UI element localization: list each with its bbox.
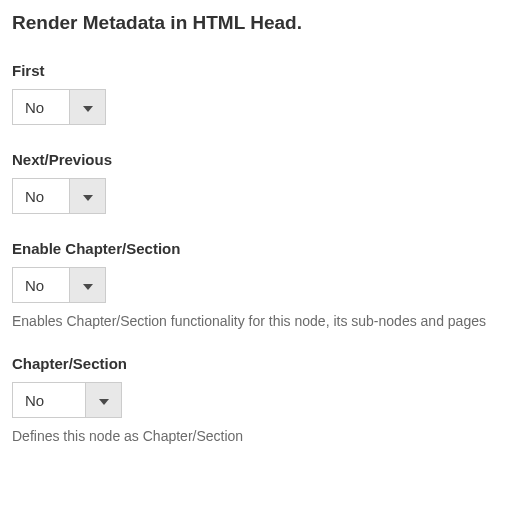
select-enable-chapter-section-toggle[interactable]	[69, 268, 105, 302]
field-first: First No	[12, 62, 517, 125]
page-title: Render Metadata in HTML Head.	[12, 12, 517, 34]
select-chapter-section-toggle[interactable]	[85, 383, 121, 417]
select-next-previous-toggle[interactable]	[69, 179, 105, 213]
select-chapter-section-value: No	[13, 383, 85, 417]
select-first-value: No	[13, 90, 69, 124]
chevron-down-icon	[83, 189, 93, 204]
help-chapter-section: Defines this node as Chapter/Section	[12, 428, 517, 444]
label-enable-chapter-section: Enable Chapter/Section	[12, 240, 517, 257]
select-next-previous-value: No	[13, 179, 69, 213]
label-next-previous: Next/Previous	[12, 151, 517, 168]
help-enable-chapter-section: Enables Chapter/Section functionality fo…	[12, 313, 517, 329]
field-enable-chapter-section: Enable Chapter/Section No Enables Chapte…	[12, 240, 517, 329]
select-next-previous[interactable]: No	[12, 178, 106, 214]
chevron-down-icon	[83, 100, 93, 115]
chevron-down-icon	[83, 278, 93, 293]
select-first[interactable]: No	[12, 89, 106, 125]
select-enable-chapter-section[interactable]: No	[12, 267, 106, 303]
select-first-toggle[interactable]	[69, 90, 105, 124]
field-chapter-section: Chapter/Section No Defines this node as …	[12, 355, 517, 444]
select-chapter-section[interactable]: No	[12, 382, 122, 418]
label-first: First	[12, 62, 517, 79]
chevron-down-icon	[99, 393, 109, 408]
field-next-previous: Next/Previous No	[12, 151, 517, 214]
label-chapter-section: Chapter/Section	[12, 355, 517, 372]
select-enable-chapter-section-value: No	[13, 268, 69, 302]
